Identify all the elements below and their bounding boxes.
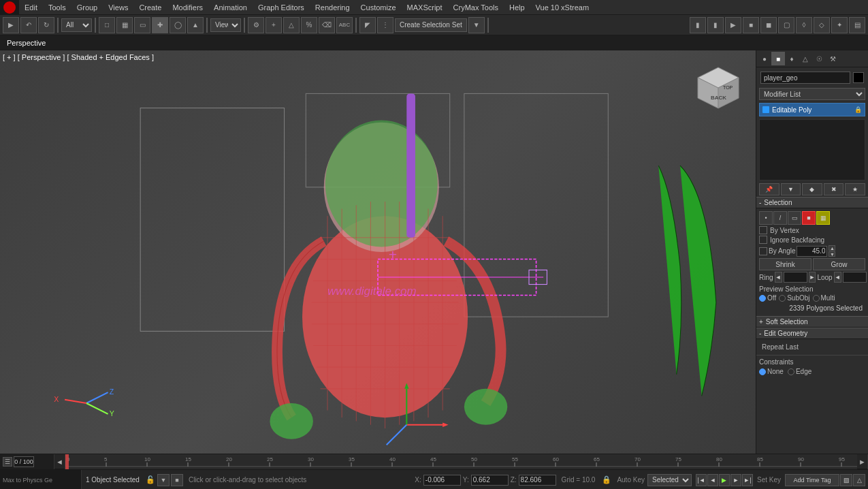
edge-constraint-radio[interactable] [788, 368, 794, 375]
show-result-btn[interactable]: ▼ [781, 183, 801, 195]
create-panel-tab[interactable]: ● [758, 52, 771, 65]
edge-constraint-item[interactable]: Edge [788, 368, 811, 375]
modifier-list-dropdown[interactable]: Modifier List [759, 88, 865, 100]
menu-help[interactable]: Help [504, 2, 530, 13]
editable-poly-modifier[interactable]: Editable Poly 🔒 [759, 103, 865, 116]
none-constraint-item[interactable]: None [759, 368, 784, 375]
go-to-start-btn[interactable]: |◄ [696, 474, 707, 486]
curve-editor-btn[interactable]: ✦ [831, 17, 848, 33]
motion-panel-tab[interactable]: △ [799, 52, 812, 65]
angle-down-btn[interactable]: ▼ [829, 251, 835, 257]
timeline-next-btn[interactable]: ► [857, 454, 868, 469]
dropdown-arrow[interactable]: ▼ [468, 17, 485, 33]
mini-listener-btn[interactable]: ▨ [840, 474, 852, 486]
y-coord-input[interactable] [471, 475, 509, 486]
show-in-viewport-btn[interactable]: ◆ [802, 183, 822, 195]
menu-create[interactable]: Create [133, 2, 167, 13]
by-vertex-checkbox[interactable] [759, 226, 767, 234]
by-angle-checkbox[interactable] [759, 247, 767, 255]
viewport[interactable]: [ + ] [ Perspective ] [ Shaded + Edged F… [0, 50, 756, 454]
next-frame-btn[interactable]: ► [730, 474, 741, 486]
object-color-swatch[interactable] [853, 72, 864, 83]
timeline-track[interactable]: 0 5 10 15 20 25 30 35 40 45 [65, 454, 857, 469]
preview-off-radio[interactable] [759, 295, 766, 302]
menu-animation[interactable]: Animation [208, 2, 253, 13]
repeat-last-btn[interactable]: Repeat Last [759, 342, 865, 352]
add-time-tag-btn[interactable]: Add Time Tag [785, 474, 839, 486]
selection-section-header[interactable]: - Selection [756, 197, 868, 208]
shrink-btn[interactable]: Shrink [759, 258, 811, 270]
mirror-btn[interactable]: ◤ [359, 17, 376, 33]
scale-btn[interactable]: ▲ [187, 17, 204, 33]
rotate-tool-btn[interactable]: ↻ [38, 17, 54, 33]
set-key-btn[interactable]: ▮ [690, 17, 706, 33]
none-constraint-radio[interactable] [759, 368, 766, 375]
rect-select-btn[interactable]: ▭ [134, 17, 150, 33]
filter-dropdown[interactable]: All [61, 18, 92, 32]
by-angle-input[interactable] [797, 246, 827, 257]
render-last-btn[interactable]: ▢ [778, 17, 794, 33]
preview-off-item[interactable]: Off [759, 294, 776, 302]
dope-sheet-btn[interactable]: ▤ [849, 17, 865, 33]
preview-multi-item[interactable]: Multi [813, 294, 835, 302]
border-mode-btn[interactable]: ▭ [788, 211, 801, 225]
render-frame-btn[interactable]: ◼ [760, 17, 777, 33]
z-coord-input[interactable] [519, 475, 556, 486]
play-btn[interactable]: ▶ [719, 474, 730, 486]
transform-btn[interactable]: ✚ [152, 17, 168, 33]
menu-rendering[interactable]: Rendering [310, 2, 355, 13]
remove-modifier-btn[interactable]: ✖ [824, 183, 844, 195]
loop-prev-btn[interactable]: ◄ [834, 272, 841, 283]
render-btn[interactable]: ■ [743, 17, 759, 33]
viewport-cube[interactable]: BACK TOP [694, 64, 742, 112]
isolate-btn[interactable]: ■ [171, 474, 183, 486]
grow-btn[interactable]: Grow [813, 258, 865, 270]
key-filter-btn[interactable]: ▮ [707, 17, 724, 33]
named-sel-btn[interactable]: ABC [336, 17, 353, 33]
auto-key-dropdown[interactable]: Selected [647, 474, 692, 486]
time-config-btn[interactable]: △ [853, 474, 865, 486]
object-name-input[interactable] [760, 72, 850, 84]
element-mode-btn[interactable]: ▦ [816, 211, 830, 225]
display-panel-tab[interactable]: ☉ [812, 52, 826, 65]
percent-snap-btn[interactable]: % [301, 17, 317, 33]
select-region-btn[interactable]: □ [99, 17, 115, 33]
align-btn[interactable]: ⋮ [377, 17, 393, 33]
create-selection-btn[interactable]: Create Selection Set [395, 18, 467, 32]
ring-next-btn[interactable]: ► [809, 272, 816, 283]
hierarchy-panel-tab[interactable]: ♦ [785, 52, 799, 65]
select-tool-btn[interactable]: ▶ [3, 17, 19, 33]
polygon-mode-btn[interactable]: ■ [802, 211, 816, 225]
ring-prev-btn[interactable]: ◄ [775, 272, 782, 283]
angle-up-btn[interactable]: ▲ [829, 245, 835, 251]
menu-group[interactable]: Group [71, 2, 103, 13]
material-btn[interactable]: ◊ [796, 17, 812, 33]
vertex-mode-btn[interactable]: • [759, 211, 773, 225]
menu-graph-editors[interactable]: Graph Editors [253, 2, 310, 13]
menu-vue[interactable]: Vue 10 xStream [530, 2, 594, 13]
preview-subobj-item[interactable]: SubObj [779, 294, 809, 302]
pin-stack-btn[interactable]: 📌 [759, 183, 779, 195]
go-to-end-btn[interactable]: ►| [742, 474, 753, 486]
selection-filter-btn[interactable]: ▼ [157, 474, 170, 486]
select-rotate-btn[interactable]: ◯ [170, 17, 186, 33]
timeline-options-btn[interactable]: ☰ [3, 457, 12, 467]
soft-selection-header[interactable]: + Soft Selection [756, 316, 868, 328]
view-dropdown[interactable]: View [210, 18, 241, 32]
preview-multi-radio[interactable] [813, 295, 820, 302]
angle-snap-btn[interactable]: △ [283, 17, 300, 33]
move-tool-btn[interactable]: ↶ [20, 17, 37, 33]
snap-btn[interactable]: ⚙ [248, 17, 264, 33]
menu-tools[interactable]: Tools [43, 2, 71, 13]
menu-modifiers[interactable]: Modifiers [167, 2, 208, 13]
ignore-backfacing-checkbox[interactable] [759, 236, 767, 244]
window-crossing-btn[interactable]: ▦ [116, 17, 133, 33]
loop-input[interactable] [843, 272, 867, 283]
utilities-panel-tab[interactable]: ⚒ [826, 52, 839, 65]
snap2d-btn[interactable]: + [266, 17, 282, 33]
preview-subobj-radio[interactable] [779, 295, 786, 302]
lock-selection-btn[interactable]: 🔓 [144, 473, 157, 487]
menu-edit[interactable]: Edit [19, 2, 43, 13]
menu-crymax[interactable]: CryMax Tools [448, 2, 504, 13]
menu-customize[interactable]: Customize [355, 2, 402, 13]
